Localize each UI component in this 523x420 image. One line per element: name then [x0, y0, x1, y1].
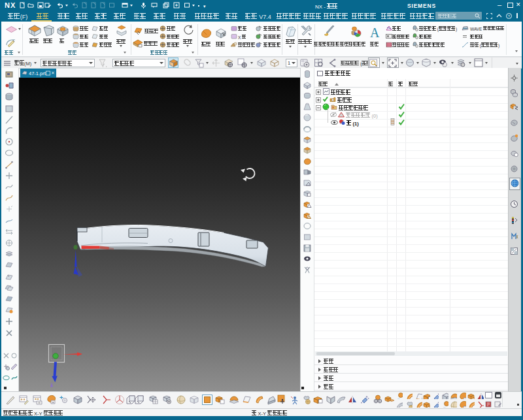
svg-text:?: ? [508, 14, 511, 18]
